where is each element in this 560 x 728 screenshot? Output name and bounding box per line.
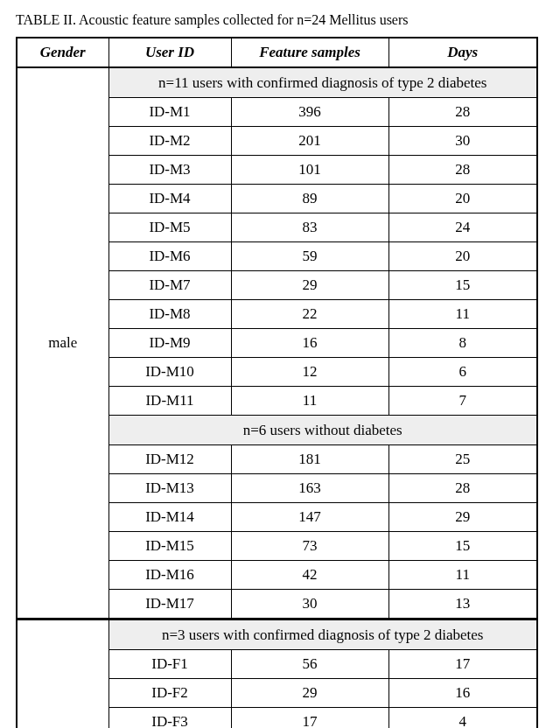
days-cell: 8 <box>388 329 537 358</box>
feature-samples-cell: 396 <box>231 98 388 127</box>
user-id-cell: ID-F3 <box>108 708 231 729</box>
table-caption: TABLE II. Acoustic feature samples colle… <box>16 12 544 28</box>
days-cell: 17 <box>388 650 537 679</box>
user-id-cell: ID-M9 <box>108 329 231 358</box>
feature-samples-cell: 16 <box>231 329 388 358</box>
feature-samples-cell: 56 <box>231 650 388 679</box>
group-subheader-cell: n=3 users with confirmed diagnosis of ty… <box>108 620 537 650</box>
feature-samples-cell: 17 <box>231 708 388 729</box>
feature-samples-cell: 42 <box>231 561 388 590</box>
user-id-cell: ID-F1 <box>108 650 231 679</box>
user-id-cell: ID-M12 <box>108 445 231 474</box>
col-header-3: Days <box>388 38 537 67</box>
user-id-cell: ID-M1 <box>108 98 231 127</box>
days-cell: 7 <box>388 387 537 416</box>
days-cell: 13 <box>388 590 537 620</box>
feature-samples-cell: 29 <box>231 271 388 300</box>
user-id-cell: ID-M13 <box>108 474 231 503</box>
feature-samples-cell: 11 <box>231 387 388 416</box>
user-id-cell: ID-M16 <box>108 561 231 590</box>
days-cell: 20 <box>388 242 537 271</box>
col-header-2: Feature samples <box>231 38 388 67</box>
days-cell: 28 <box>388 156 537 185</box>
feature-samples-cell: 12 <box>231 358 388 387</box>
user-id-cell: ID-M6 <box>108 242 231 271</box>
col-header-1: User ID <box>108 38 231 67</box>
gender-cell: male <box>17 67 108 620</box>
days-cell: 24 <box>388 214 537 242</box>
feature-samples-cell: 29 <box>231 679 388 708</box>
days-cell: 30 <box>388 127 537 156</box>
days-cell: 20 <box>388 185 537 214</box>
user-id-cell: ID-M2 <box>108 127 231 156</box>
feature-samples-cell: 101 <box>231 156 388 185</box>
feature-samples-cell: 181 <box>231 445 388 474</box>
user-id-cell: ID-M7 <box>108 271 231 300</box>
col-header-0: Gender <box>17 38 108 67</box>
days-cell: 6 <box>388 358 537 387</box>
feature-samples-cell: 163 <box>231 474 388 503</box>
data-table: GenderUser IDFeature samplesDaysmalen=11… <box>16 37 538 728</box>
days-cell: 29 <box>388 503 537 532</box>
days-cell: 28 <box>388 474 537 503</box>
group-subheader-cell: n=11 users with confirmed diagnosis of t… <box>108 67 537 98</box>
gender-cell: female <box>17 620 108 729</box>
group-subheader-cell: n=6 users without diabetes <box>108 416 537 445</box>
group-subheader: malen=11 users with confirmed diagnosis … <box>17 67 537 98</box>
days-cell: 15 <box>388 271 537 300</box>
feature-samples-cell: 59 <box>231 242 388 271</box>
feature-samples-cell: 83 <box>231 214 388 242</box>
user-id-cell: ID-M11 <box>108 387 231 416</box>
user-id-cell: ID-M17 <box>108 590 231 620</box>
days-cell: 15 <box>388 532 537 561</box>
days-cell: 4 <box>388 708 537 729</box>
user-id-cell: ID-M15 <box>108 532 231 561</box>
days-cell: 28 <box>388 98 537 127</box>
days-cell: 16 <box>388 679 537 708</box>
feature-samples-cell: 30 <box>231 590 388 620</box>
group-subheader: femalen=3 users with confirmed diagnosis… <box>17 620 537 650</box>
feature-samples-cell: 73 <box>231 532 388 561</box>
feature-samples-cell: 201 <box>231 127 388 156</box>
days-cell: 25 <box>388 445 537 474</box>
user-id-cell: ID-M5 <box>108 214 231 242</box>
days-cell: 11 <box>388 561 537 590</box>
days-cell: 11 <box>388 300 537 329</box>
header-row: GenderUser IDFeature samplesDays <box>17 38 537 67</box>
user-id-cell: ID-M10 <box>108 358 231 387</box>
user-id-cell: ID-M4 <box>108 185 231 214</box>
user-id-cell: ID-M14 <box>108 503 231 532</box>
user-id-cell: ID-M8 <box>108 300 231 329</box>
feature-samples-cell: 22 <box>231 300 388 329</box>
user-id-cell: ID-M3 <box>108 156 231 185</box>
feature-samples-cell: 89 <box>231 185 388 214</box>
user-id-cell: ID-F2 <box>108 679 231 708</box>
feature-samples-cell: 147 <box>231 503 388 532</box>
